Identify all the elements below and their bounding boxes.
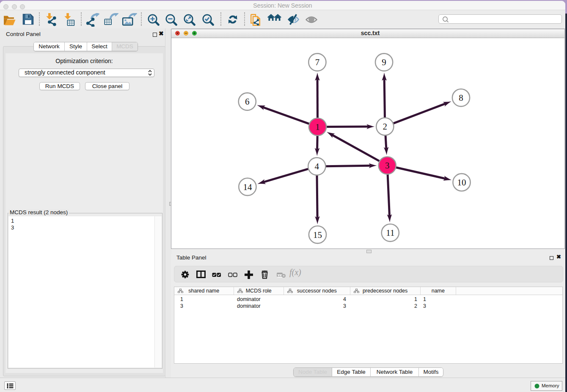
- svg-text:10: 10: [457, 177, 466, 188]
- svg-text:4: 4: [315, 161, 319, 171]
- svg-text:7: 7: [315, 57, 320, 67]
- svg-text:9: 9: [382, 57, 386, 67]
- svg-text:14: 14: [243, 182, 252, 192]
- svg-text:3: 3: [385, 160, 390, 171]
- svg-text:15: 15: [313, 230, 322, 240]
- svg-text:1: 1: [315, 122, 320, 132]
- svg-text:8: 8: [459, 93, 463, 103]
- svg-text:6: 6: [245, 97, 250, 107]
- svg-text:11: 11: [386, 228, 394, 238]
- svg-text:2: 2: [383, 121, 388, 132]
